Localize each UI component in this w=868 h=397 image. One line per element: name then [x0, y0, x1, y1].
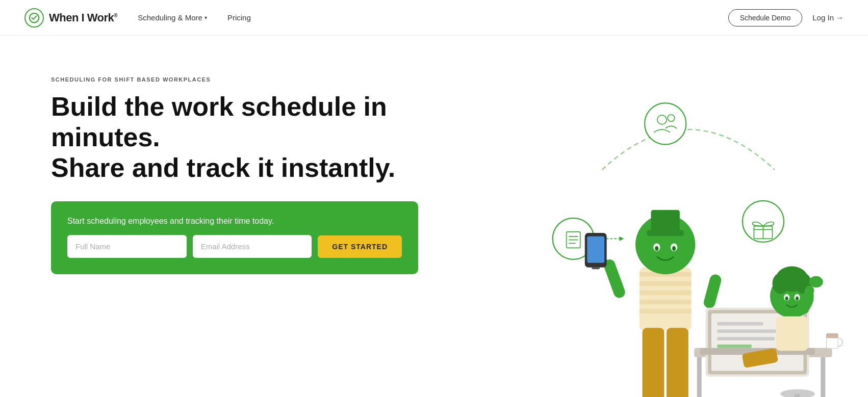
svg-point-8 — [645, 103, 686, 144]
svg-rect-22 — [651, 210, 679, 233]
svg-rect-31 — [592, 267, 600, 270]
svg-rect-20 — [640, 309, 692, 313]
cta-form: GET STARTED — [67, 235, 402, 258]
logo-icon — [24, 8, 44, 28]
hero-illustration — [487, 66, 844, 397]
email-input[interactable] — [193, 235, 312, 258]
login-button[interactable]: Log In → — [812, 13, 844, 22]
svg-rect-23 — [647, 230, 683, 235]
svg-rect-58 — [776, 316, 808, 351]
svg-rect-39 — [821, 357, 825, 397]
svg-marker-7 — [619, 236, 624, 241]
svg-point-26 — [655, 246, 658, 251]
svg-rect-17 — [640, 281, 692, 286]
hero-left: SCHEDULING FOR SHIFT BASED WORKPLACES Bu… — [51, 66, 487, 274]
svg-rect-46 — [717, 345, 752, 348]
hero-headline: Build the work schedule in minutes. Shar… — [51, 92, 408, 183]
logo-svg — [29, 12, 40, 23]
logo-text: When I Work® — [49, 11, 117, 24]
svg-rect-61 — [794, 394, 800, 397]
nav-link-scheduling[interactable]: Scheduling & More ▾ — [138, 13, 207, 22]
svg-point-55 — [796, 297, 799, 301]
nav-right: Schedule Demo Log In → — [728, 9, 844, 27]
svg-point-54 — [785, 297, 788, 301]
svg-point-57 — [809, 276, 823, 288]
navbar: When I Work® Scheduling & More ▾ Pricing… — [0, 0, 868, 36]
cta-box: Start scheduling employees and tracking … — [51, 201, 418, 274]
svg-rect-33 — [642, 328, 664, 397]
hero-eyebrow: SCHEDULING FOR SHIFT BASED WORKPLACES — [51, 76, 487, 83]
schedule-demo-button[interactable]: Schedule Demo — [728, 9, 803, 27]
svg-rect-19 — [640, 300, 692, 304]
svg-rect-63 — [826, 333, 838, 338]
svg-rect-43 — [717, 322, 763, 326]
svg-rect-30 — [587, 236, 604, 263]
cta-subtitle: Start scheduling employees and tracking … — [67, 217, 402, 226]
get-started-button[interactable]: GET STARTED — [318, 235, 402, 258]
hero-section: SCHEDULING FOR SHIFT BASED WORKPLACES Bu… — [0, 36, 868, 397]
nav-left: When I Work® Scheduling & More ▾ Pricing — [24, 8, 251, 28]
logo[interactable]: When I Work® — [24, 8, 117, 28]
hero-illustration-svg — [487, 66, 844, 397]
chevron-down-icon: ▾ — [205, 15, 207, 20]
svg-rect-45 — [717, 337, 775, 340]
svg-point-27 — [672, 246, 676, 251]
svg-rect-32 — [702, 273, 722, 309]
svg-rect-34 — [667, 328, 688, 397]
svg-rect-15 — [640, 268, 692, 331]
fullname-input[interactable] — [67, 235, 187, 258]
svg-rect-18 — [640, 290, 692, 295]
arrow-right-icon: → — [836, 13, 844, 22]
svg-point-50 — [772, 273, 788, 294]
svg-rect-38 — [697, 357, 701, 397]
nav-link-pricing[interactable]: Pricing — [227, 13, 251, 22]
